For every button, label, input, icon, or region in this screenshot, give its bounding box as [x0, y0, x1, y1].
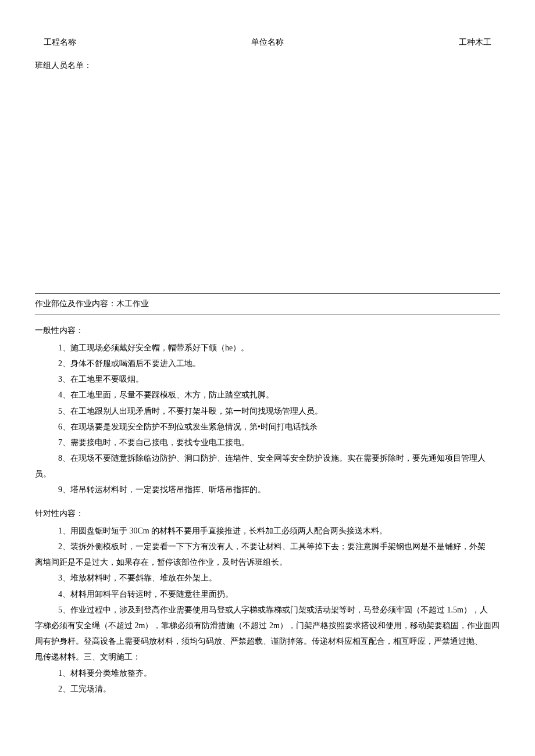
specific-item-5-line1: 5、作业过程中，涉及到登高作业需要使用马登或人字梯或靠梯或门架或活动架等时，马登… [35, 603, 500, 617]
specific-item-5-line4: 甩传递材料。三、文明施工： [35, 650, 500, 664]
specific-item-2-line2: 离墙间距是不是过大，如果存在，暂停该部位作业，及时告诉班组长。 [35, 555, 500, 569]
general-item-2: 2、身体不舒服或喝酒后不要进入工地。 [35, 356, 500, 371]
general-item-9: 9、塔吊转运材料时，一定要找塔吊指挥、听塔吊指挥的。 [35, 482, 500, 497]
specific-item-2-line1: 2、装拆外侧模板时，一定要看一下下方有没有人，不要让材料、工具等掉下去；要注意脚… [35, 539, 500, 554]
specific-title: 针对性内容： [35, 506, 500, 521]
general-section: 一般性内容： 1、施工现场必须戴好安全帽，帽带系好下颌（he）。 2、身体不舒服… [35, 323, 500, 497]
blank-spacer [35, 84, 500, 293]
general-item-5: 5、在工地跟别人出现矛盾时，不要打架斗殴，第一时间找现场管理人员。 [35, 404, 500, 418]
general-item-8-line2: 员。 [35, 467, 500, 481]
general-item-1: 1、施工现场必须戴好安全帽，帽带系好下颌（he）。 [35, 341, 500, 355]
civil-item-1: 1、材料要分类堆放整齐。 [35, 666, 500, 680]
general-item-6: 6、在现场要是发现安全防护不到位或发生紧急情况，第•时间打电话找杀 [35, 420, 500, 434]
general-item-4: 4、在工地里面，尽量不要踩模板、木方，防止踏空或扎脚。 [35, 388, 500, 402]
section-header: 作业部位及作业内容：木工作业 [35, 293, 500, 314]
specific-item-5-line2: 字梯必须有安全绳（不超过 2m），靠梯必须有防滑措施（不超过 2m），门架严格按… [35, 618, 500, 633]
specific-item-5-line3: 周有护身杆。登高设备上需要码放材料，须均匀码放、严禁超载、谨防掉落。传递材料应相… [35, 634, 500, 648]
general-item-7: 7、需要接电时，不要自己接电，要找专业电工接电。 [35, 435, 500, 450]
unit-name-label: 单位名称 [251, 35, 284, 49]
specific-item-4: 4、材料用卸料平台转运时，不要随意往里面扔。 [35, 587, 500, 601]
specific-item-3: 3、堆放材料时，不要斜靠、堆放在外架上。 [35, 571, 500, 585]
general-item-8-line1: 8、在现场不要随意拆除临边防护、洞口防护、连墙件、安全网等安全防护设施。实在需要… [35, 451, 500, 465]
team-list-label: 班组人员名单： [35, 58, 500, 73]
project-name-label: 工程名称 [44, 35, 76, 49]
specific-item-1: 1、用圆盘锯时短于 30Cm 的材料不要用手直接推进，长料加工必须两人配合两头接… [35, 524, 500, 538]
civil-item-2: 2、工完场清。 [35, 682, 500, 696]
general-title: 一般性内容： [35, 323, 500, 338]
specific-section: 针对性内容： 1、用圆盘锯时短于 30Cm 的材料不要用手直接推进，长料加工必须… [35, 506, 500, 696]
work-type-label: 工种木工 [459, 35, 491, 49]
header-row: 工程名称 单位名称 工种木工 [35, 35, 500, 49]
general-item-3: 3、在工地里不要吸烟。 [35, 372, 500, 386]
